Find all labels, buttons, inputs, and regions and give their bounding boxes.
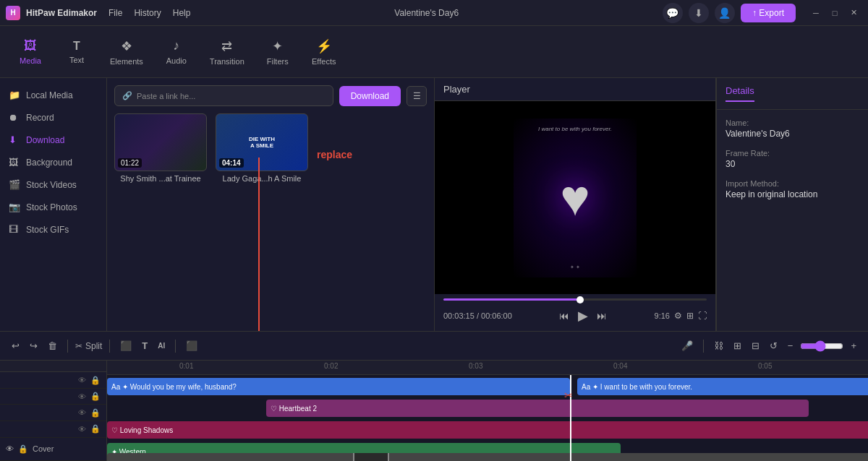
menu-history[interactable]: History — [134, 8, 161, 18]
media-card-1[interactable]: 01:22 Shy Smith ...at Trainee — [114, 113, 207, 183]
stock-videos-icon: 🎬 — [9, 179, 20, 190]
clip-area: ✂ Aa ✦ Would you be my wife, husband? Aa… — [107, 375, 868, 461]
ruler-mark-3: 0:03 — [469, 362, 482, 370]
link-tl-button[interactable]: ⛓ — [711, 337, 726, 354]
clip-music[interactable]: ♡ Heartbeat 2 — [266, 400, 809, 417]
list-view-icon[interactable]: ☰ — [407, 86, 427, 106]
media-name-1: Shy Smith ...at Trainee — [114, 174, 207, 183]
close-button[interactable]: ✕ — [845, 4, 862, 22]
video-thumbnail-overlay: 🎬 — [353, 453, 389, 461]
sidebar-label-record: Record — [26, 113, 54, 123]
import-method-value: Keep in original location — [726, 189, 859, 199]
clip-effect-1[interactable]: ♡ Loving Shadows — [107, 421, 868, 439]
maximize-button[interactable]: □ — [826, 4, 843, 22]
track-label-text2: 👁 🔒 — [0, 389, 106, 405]
effects-label: Effects — [312, 57, 336, 66]
sidebar-item-record[interactable]: ⏺ Record — [0, 106, 106, 129]
speed-button[interactable]: ⬛ — [183, 337, 200, 354]
elements-icon: ❖ — [121, 38, 132, 54]
sidebar-item-stock-photos[interactable]: 📷 Stock Photos — [0, 196, 106, 218]
play-button[interactable]: ▶ — [576, 306, 590, 325]
eye-icon-effect1[interactable]: 👁 — [78, 408, 86, 417]
details-tab[interactable]: Details — [726, 85, 754, 102]
delete-button[interactable]: 🗑 — [45, 337, 60, 354]
zoom-slider[interactable] — [800, 340, 843, 352]
eye-icon-effect2[interactable]: 👁 — [78, 425, 86, 434]
split-view-button[interactable]: ⊞ — [731, 337, 744, 354]
lock-icon-video[interactable]: 🔒 — [18, 444, 28, 454]
ruler-mark-5: 0:05 — [758, 362, 772, 370]
playhead[interactable] — [570, 375, 571, 461]
player-header: Player — [435, 78, 715, 101]
clip-effect-1-label: ♡ Loving Shadows — [111, 426, 173, 434]
toolbar-filters[interactable]: ✦ Filters — [256, 34, 299, 70]
download-button[interactable]: Download — [339, 86, 401, 106]
settings-icon[interactable]: ⚙ — [674, 311, 682, 321]
ai-button[interactable]: AI — [155, 339, 168, 353]
redo-button[interactable]: ↪ — [27, 337, 41, 354]
mic-button[interactable]: 🎤 — [678, 337, 696, 354]
compare-button[interactable]: ⊟ — [749, 337, 762, 354]
window-controls: ─ □ ✕ — [807, 4, 862, 22]
lock-icon-text2[interactable]: 🔒 — [90, 392, 101, 401]
lock-icon-text1[interactable]: 🔒 — [90, 376, 101, 385]
main-area: 📁 Local Media ⏺ Record ⬇ Download 🖼 Back… — [0, 78, 868, 331]
fast-forward-button[interactable]: ⏭ — [595, 309, 608, 323]
download-sidebar-icon: ⬇ — [9, 134, 20, 145]
loop-button[interactable]: ↺ — [767, 337, 780, 354]
link-input-container[interactable]: 🔗 Paste a link he... — [114, 85, 333, 106]
sidebar-item-download[interactable]: ⬇ Download — [0, 129, 106, 151]
progress-handle[interactable] — [576, 296, 584, 303]
text-tl-button[interactable]: T — [139, 337, 150, 354]
track-label-effect1: 👁 🔒 — [0, 405, 106, 421]
toolbar-audio[interactable]: ♪ Audio — [155, 34, 198, 69]
undo-button[interactable]: ↩ — [9, 337, 22, 354]
timeline-ruler: 0:01 0:02 0:03 0:04 0:05 — [107, 361, 868, 375]
toolbar-media[interactable]: 🖼 Media — [9, 34, 52, 69]
rewind-button[interactable]: ⏮ — [558, 309, 571, 323]
import-method-label: Import Method: — [726, 179, 859, 188]
account-icon[interactable]: 👤 — [715, 3, 735, 23]
eye-icon-text2[interactable]: 👁 — [78, 392, 86, 401]
transition-icon: ⇄ — [221, 38, 232, 54]
menu-file[interactable]: File — [109, 8, 122, 18]
fullscreen-icon[interactable]: ⛶ — [698, 311, 707, 321]
window-title: Valentine's Day6 — [196, 8, 657, 18]
toolbar-transition[interactable]: ⇄ Transition — [201, 34, 253, 70]
progress-bar[interactable] — [443, 298, 707, 301]
track-label-effect2: 👁 🔒 — [0, 421, 106, 438]
eye-icon-video[interactable]: 👁 — [6, 444, 14, 453]
sidebar-item-stock-gifs[interactable]: 🎞 Stock GIFs — [0, 218, 106, 241]
toolbar-elements[interactable]: ❖ Elements — [101, 34, 152, 70]
frame-rate-label: Frame Rate: — [726, 149, 859, 158]
name-label: Name: — [726, 119, 859, 127]
sidebar: 📁 Local Media ⏺ Record ⬇ Download 🖼 Back… — [0, 78, 107, 331]
player-buttons: ⏮ ▶ ⏭ — [558, 306, 608, 325]
clip-video[interactable]: ⬜ ⬜ 0:03 pexels-rohi-bernard-c... 🎬 ⬜ 0:… — [107, 453, 868, 461]
download-icon[interactable]: ⬇ — [689, 3, 709, 23]
eye-icon-text1[interactable]: 👁 — [78, 376, 86, 384]
lock-icon-effect2[interactable]: 🔒 — [90, 424, 101, 434]
freeze-button[interactable]: ⬛ — [117, 337, 135, 354]
zoom-in-button[interactable]: + — [848, 337, 859, 354]
minimize-button[interactable]: ─ — [807, 4, 825, 22]
transition-label: Transition — [210, 57, 244, 66]
toolbar-effects[interactable]: ⚡ Effects — [302, 34, 346, 70]
local-media-icon: 📁 — [9, 90, 20, 100]
split-button[interactable]: ✂ Split — [75, 341, 102, 351]
stock-photos-icon: 📷 — [9, 202, 20, 212]
sidebar-item-background[interactable]: 🖼 Background — [0, 151, 106, 173]
menu-help[interactable]: Help — [173, 8, 191, 18]
chat-icon[interactable]: 💬 — [663, 3, 683, 23]
zoom-out-button[interactable]: − — [785, 337, 796, 354]
media-card-2[interactable]: DIE WITHA SMILE 04:14 Lady Gaga...h A Sm… — [216, 113, 308, 183]
lock-icon-effect1[interactable]: 🔒 — [90, 408, 101, 418]
clip-text-2[interactable]: Aa ✦ I want to be with you forever. — [577, 378, 868, 395]
crop-icon[interactable]: ⊞ — [686, 311, 694, 321]
clip-text-2-label: Aa ✦ I want to be with you forever. — [582, 383, 692, 391]
toolbar-text[interactable]: T Text — [55, 35, 98, 69]
sidebar-item-local-media[interactable]: 📁 Local Media — [0, 84, 106, 106]
sidebar-item-stock-videos[interactable]: 🎬 Stock Videos — [0, 173, 106, 196]
clip-text-1[interactable]: Aa ✦ Would you be my wife, husband? — [107, 378, 570, 395]
export-button[interactable]: ↑ Export — [741, 4, 796, 22]
